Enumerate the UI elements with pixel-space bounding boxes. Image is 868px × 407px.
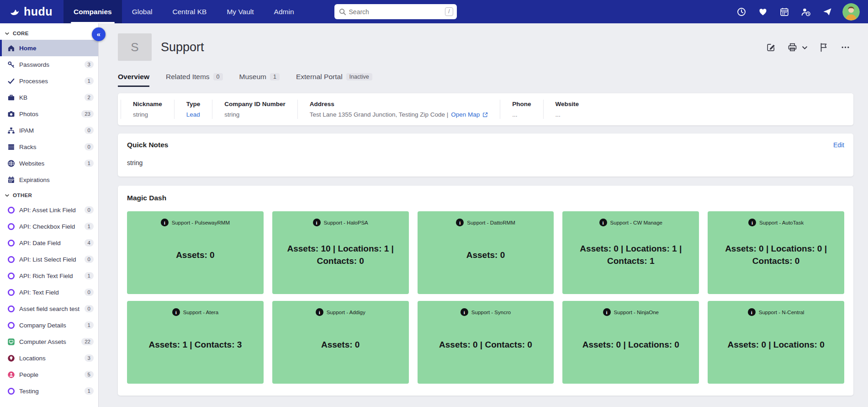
- send-icon[interactable]: [822, 7, 832, 17]
- search-input[interactable]: [334, 4, 457, 19]
- sidebar-item-api-asset-link-field[interactable]: API: Asset Link Field 0: [0, 202, 98, 218]
- hudu-logo[interactable]: hudu: [0, 0, 64, 23]
- magic-dash-tile-support-autotask[interactable]: i Support - AutoTask Assets: 0 | Locatio…: [708, 211, 844, 294]
- magic-dash-tile-label: Support - Syncro: [471, 310, 511, 315]
- count-badge: 1: [85, 223, 94, 230]
- clock-icon[interactable]: [736, 7, 746, 17]
- tab-label: Overview: [118, 73, 149, 81]
- tab-badge: 0: [213, 73, 223, 80]
- quick-notes-edit-link[interactable]: Edit: [833, 141, 844, 149]
- count-badge: 2: [85, 94, 94, 101]
- sidebar-item-expirations[interactable]: Expirations: [0, 171, 98, 188]
- tab-label: Related Items: [166, 73, 210, 81]
- nav-item-admin[interactable]: Admin: [264, 0, 304, 23]
- magic-dash-tile-support-halopsa[interactable]: i Support - HaloPSA Assets: 10 | Locatio…: [272, 211, 409, 294]
- company-tabs: Overview Related Items 0 Museum 1 Extern…: [118, 73, 853, 87]
- sidebar-item-passwords[interactable]: Passwords 3: [0, 56, 98, 73]
- heart-icon[interactable]: [758, 7, 768, 17]
- nav-item-label: Admin: [274, 8, 294, 16]
- sidebar-item-people[interactable]: People 5: [0, 366, 98, 383]
- sitemap-icon: [7, 127, 15, 134]
- sidebar-item-label: KB: [19, 94, 80, 101]
- nav-item-label: Central KB: [172, 8, 206, 16]
- magic-dash-grid: i Support - PulsewayRMM Assets: 0 i Supp…: [127, 211, 844, 384]
- sidebar-item-api-date-field[interactable]: API: Date Field 4: [0, 235, 98, 251]
- ring-icon: [7, 321, 15, 329]
- info-icon: i: [748, 308, 756, 316]
- count-badge: 0: [85, 206, 94, 214]
- sidebar-item-testing[interactable]: Testing 1: [0, 383, 98, 399]
- ring-icon: [7, 305, 15, 313]
- info-field-address: Address Test Lane 1355 Grand Junction, T…: [297, 100, 500, 119]
- sidebar-item-label: API: Date Field: [19, 240, 80, 246]
- magic-dash-tile-label: Support - AutoTask: [759, 220, 804, 225]
- calendar-grid-icon[interactable]: [779, 7, 789, 17]
- sidebar-item-asset-field-search-test[interactable]: Asset field search test 0: [0, 300, 98, 317]
- sidebar-item-photos[interactable]: Photos 23: [0, 106, 98, 122]
- chevron-down-icon[interactable]: [802, 42, 808, 53]
- magic-dash-tile-support-syncro[interactable]: i Support - Syncro Assets: 0 | Contacts:…: [418, 301, 554, 384]
- sidebar-item-ipam[interactable]: IPAM 0: [0, 122, 98, 139]
- user-avatar[interactable]: [842, 3, 860, 21]
- magic-dash-tile-label: Support - N-Central: [759, 310, 804, 315]
- count-badge: 0: [85, 289, 94, 296]
- nav-item-central-kb[interactable]: Central KB: [162, 0, 217, 23]
- sidebar-item-label: Home: [19, 45, 94, 52]
- user-clock-icon[interactable]: [801, 7, 811, 17]
- sidebar-other-header[interactable]: OTHER: [0, 188, 98, 202]
- magic-dash-tile-support-ninjaone[interactable]: i Support - NinjaOne Assets: 0 | Locatio…: [562, 301, 699, 384]
- search-icon: [339, 8, 346, 16]
- info-field-website: Website ...: [543, 100, 591, 119]
- more-icon[interactable]: [840, 42, 851, 53]
- tab-overview[interactable]: Overview: [118, 73, 149, 87]
- magic-dash-tile-support-dattormm[interactable]: i Support - DattoRMM Assets: 0: [418, 211, 554, 294]
- sidebar-section-other: OTHER API: Asset Link Field 0 API: Check…: [0, 188, 98, 399]
- sidebar-item-api-list-select-field[interactable]: API: List Select Field 0: [0, 251, 98, 268]
- nav-item-my-vault[interactable]: My Vault: [217, 0, 264, 23]
- print-icon[interactable]: [787, 42, 798, 53]
- sidebar-core-header[interactable]: CORE: [0, 26, 98, 40]
- sidebar-item-websites[interactable]: Websites 1: [0, 155, 98, 171]
- sidebar-item-api-text-field[interactable]: API: Text Field 0: [0, 284, 98, 300]
- count-badge: 1: [85, 387, 94, 395]
- flag-icon[interactable]: [819, 42, 829, 53]
- info-field-value: ...: [512, 111, 517, 118]
- tab-badge: Inactive: [346, 73, 372, 80]
- info-field-label: Phone: [512, 101, 531, 107]
- magic-dash-tile-label: Support - NinjaOne: [614, 310, 659, 315]
- sidebar-item-api-rich-text-field[interactable]: API: Rich Text Field 1: [0, 268, 98, 284]
- sidebar-item-label: IPAM: [19, 127, 80, 134]
- magic-dash-tile-support-n-central[interactable]: i Support - N-Central Assets: 0 | Locati…: [708, 301, 844, 384]
- info-field-company-id-number: Company ID Number string: [212, 100, 297, 119]
- count-badge: 0: [85, 127, 94, 134]
- tab-museum[interactable]: Museum 1: [239, 73, 280, 87]
- company-info-card: Nickname string Type Lead Company ID Num…: [118, 93, 853, 125]
- sidebar-item-locations[interactable]: Locations 3: [0, 350, 98, 366]
- magic-dash-tile-value: Assets: 0: [318, 316, 364, 378]
- edit-icon[interactable]: [766, 42, 776, 53]
- sidebar-item-kb[interactable]: KB 2: [0, 89, 98, 106]
- sidebar-item-company-details[interactable]: Company Details 1: [0, 317, 98, 333]
- ring-icon: [7, 223, 15, 230]
- magic-dash-tile-support-pulsewayrmm[interactable]: i Support - PulsewayRMM Assets: 0: [127, 211, 264, 294]
- magic-dash-title: Magic Dash: [127, 194, 844, 202]
- magic-dash-tile-support-cw-manage[interactable]: i Support - CW Manage Assets: 0 | Locati…: [562, 211, 699, 294]
- info-icon: i: [172, 308, 180, 316]
- sidebar-item-home[interactable]: Home: [0, 40, 98, 56]
- tab-related-items[interactable]: Related Items 0: [166, 73, 223, 87]
- sidebar-item-api-checkbox-field[interactable]: API: Checkbox Field 1: [0, 218, 98, 235]
- sidebar-item-processes[interactable]: Processes 1: [0, 73, 98, 89]
- sidebar-item-racks[interactable]: Racks 0: [0, 139, 98, 155]
- magic-dash-tile-value: Assets: 0 | Locations: 1 | Contacts: 1: [567, 226, 694, 289]
- sidebar-item-computer-assets[interactable]: Computer Assets 22: [0, 333, 98, 350]
- nav-item-label: My Vault: [227, 8, 254, 16]
- open-map-link[interactable]: Open Map: [451, 111, 480, 118]
- tab-external-portal[interactable]: External Portal Inactive: [296, 73, 372, 87]
- magic-dash-tile-support-addigy[interactable]: i Support - Addigy Assets: 0: [272, 301, 409, 384]
- info-field-label: Type: [186, 101, 201, 107]
- nav-item-companies[interactable]: Companies: [64, 0, 122, 23]
- nav-item-global[interactable]: Global: [122, 0, 163, 23]
- magic-dash-tile-support-atera[interactable]: i Support - Atera Assets: 1 | Contacts: …: [127, 301, 264, 384]
- sidebar-collapse-button[interactable]: «: [92, 27, 106, 41]
- info-icon: i: [316, 308, 323, 316]
